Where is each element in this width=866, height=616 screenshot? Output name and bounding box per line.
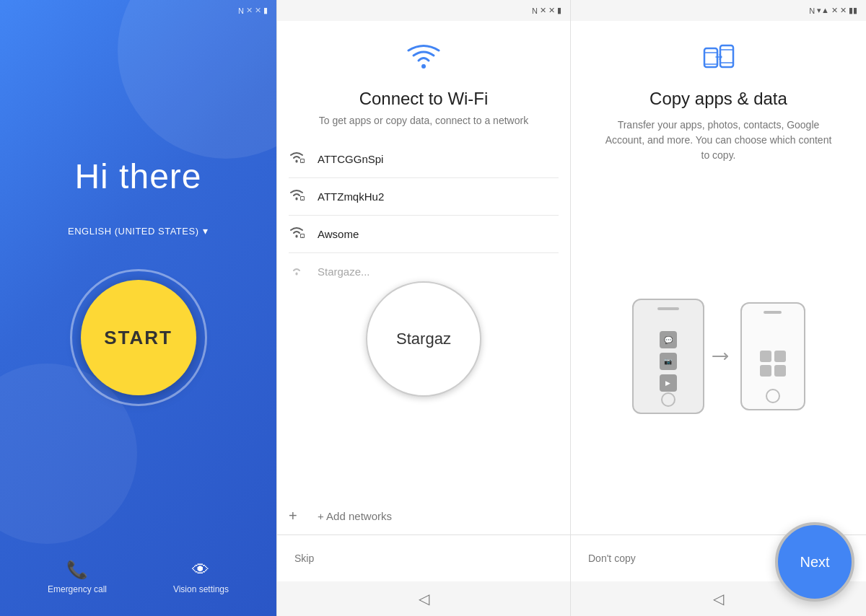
status-icons-left: N ✕ ✕ ▮ [238, 6, 268, 15]
wifi-signal-icon-2 [289, 188, 306, 205]
start-button-container: START [66, 265, 211, 410]
phone-screen-old: 💬 📷 ▶ [660, 331, 677, 392]
network-item-1[interactable]: ATTCGGnSpi [289, 141, 559, 178]
phone-speaker [657, 307, 679, 310]
app-slot-1 [760, 351, 771, 362]
next-button[interactable]: Next [775, 522, 854, 602]
new-phone [740, 302, 805, 410]
status-icons-right: N ▾▲ ✕ ✕ ▮▮ [809, 6, 857, 15]
svg-rect-4 [302, 162, 303, 163]
wifi-nav-bar: ◁ [277, 581, 570, 616]
app-slot-3 [760, 365, 771, 377]
welcome-bottom-bar: 📞 Emergency call 👁 Vision settings [0, 545, 276, 616]
welcome-content: Hi there ENGLISH (UNITED STATES) ▾ START [66, 21, 211, 545]
plus-icon: + [289, 508, 306, 524]
transfer-arrow [712, 349, 733, 364]
copy-apps-icon [701, 43, 737, 78]
app-slot-2 [774, 351, 786, 362]
copy-description: Transfer your apps, photos, contacts, Go… [603, 118, 834, 163]
wifi-panel: N ✕ ✕ ▮ Connect to Wi-Fi To get apps or … [276, 0, 571, 616]
add-network-button[interactable]: + + Add networks [277, 498, 570, 534]
language-label: ENGLISH (UNITED STATES) [68, 226, 198, 237]
network-name-3: Awsome [318, 228, 359, 240]
copy-title: Copy apps & data [650, 89, 787, 109]
phone-illustration: 💬 📷 ▶ [571, 177, 866, 534]
svg-point-0 [421, 64, 426, 69]
status-bar-mid: N ✕ ✕ ▮ [277, 0, 570, 21]
phone-icon: 📞 [66, 560, 88, 580]
welcome-title: Hi there [74, 157, 201, 196]
back-icon[interactable]: ◁ [419, 590, 429, 607]
wifi-signal-icon-1 [289, 151, 306, 167]
network-item-2[interactable]: ATTZmqkHu2 [289, 178, 559, 216]
wifi-title: Connect to Wi-Fi [359, 89, 489, 109]
phone-icon-2: 📷 [660, 353, 677, 370]
wifi-footer: Skip [277, 534, 570, 581]
phones-container: 💬 📷 ▶ [632, 299, 805, 414]
dont-copy-button[interactable]: Don't copy [588, 547, 636, 570]
phone-icon-1: 💬 [660, 331, 677, 348]
status-icons-mid: N ✕ ✕ ▮ [532, 6, 561, 15]
add-network-label: + Add networks [318, 510, 392, 522]
network-item-3[interactable]: Awsome [289, 216, 559, 253]
wifi-header: Connect to Wi-Fi To get apps or copy dat… [277, 21, 570, 141]
eye-icon: 👁 [192, 560, 209, 580]
wifi-signal-icon-3 [289, 226, 306, 242]
welcome-panel: N ✕ ✕ ▮ Hi there ENGLISH (UNITED STATES)… [0, 0, 276, 616]
language-selector[interactable]: ENGLISH (UNITED STATES) ▾ [68, 225, 209, 237]
old-phone: 💬 📷 ▶ [632, 299, 704, 414]
copy-header: Copy apps & data Transfer your apps, pho… [571, 21, 866, 177]
svg-point-5 [296, 198, 298, 201]
phone-home-button-2 [766, 389, 780, 403]
emergency-call-label: Emergency call [48, 584, 107, 594]
tooltip-network-name: Stargaz [396, 330, 451, 348]
network-name-2: ATTZmqkHu2 [318, 190, 384, 203]
network-name-stargaze: Stargaze... [318, 265, 370, 278]
vision-settings-label: Vision settings [173, 584, 229, 594]
wifi-icon [406, 43, 442, 78]
skip-button[interactable]: Skip [294, 547, 314, 570]
status-bar-left: N ✕ ✕ ▮ [0, 0, 276, 21]
start-button-ring [70, 269, 207, 406]
wifi-subtitle: To get apps or copy data, connect to a n… [319, 115, 528, 126]
phone-speaker-new [764, 311, 782, 314]
svg-rect-8 [302, 199, 303, 201]
next-button-label: Next [800, 554, 829, 571]
svg-point-1 [296, 161, 298, 163]
stargaze-tooltip: Stargaz [366, 281, 481, 397]
svg-rect-17 [720, 45, 733, 67]
emergency-call-action[interactable]: 📞 Emergency call [48, 560, 107, 594]
app-slot-4 [774, 365, 786, 377]
svg-point-9 [296, 236, 298, 238]
chevron-down-icon: ▾ [203, 225, 209, 237]
status-bar-right: N ▾▲ ✕ ✕ ▮▮ [571, 0, 866, 21]
wifi-signal-icon-4 [289, 263, 306, 280]
phone-home-button-1 [661, 392, 675, 407]
vision-settings-action[interactable]: 👁 Vision settings [173, 560, 229, 594]
copy-back-icon[interactable]: ◁ [713, 590, 724, 607]
phone-icon-3: ▶ [660, 374, 677, 392]
svg-rect-12 [302, 237, 303, 238]
svg-point-13 [296, 273, 298, 276]
network-name-1: ATTCGGnSpi [318, 153, 383, 165]
phone-screen-new [760, 351, 786, 377]
